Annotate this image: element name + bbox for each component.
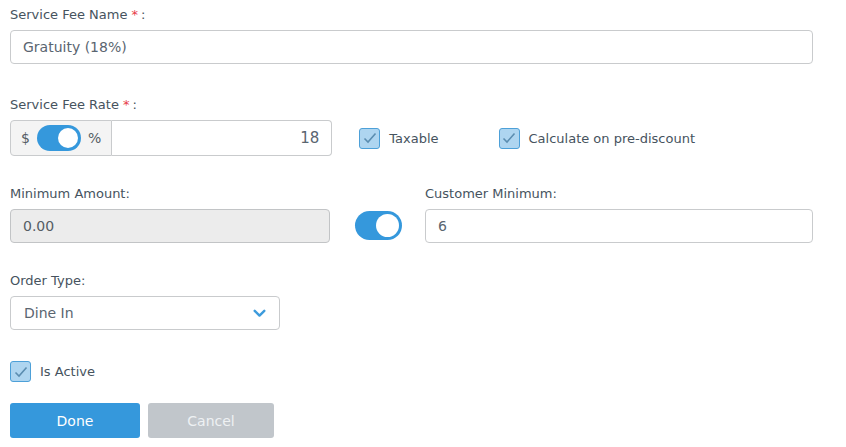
customer-minimum-label: Customer Minimum: — [425, 186, 813, 201]
percent-label: % — [88, 130, 101, 146]
order-type-field: Order Type: Dine In — [10, 273, 813, 330]
order-type-value: Dine In — [24, 305, 74, 321]
toggle-knob-icon — [376, 214, 399, 237]
service-fee-name-label: Service Fee Name*: — [10, 7, 813, 22]
pre-discount-label: Calculate on pre-discount — [529, 131, 696, 146]
taxable-checkbox-group: Taxable — [359, 128, 438, 149]
rate-unit-toggle[interactable] — [37, 125, 81, 151]
minimum-amount-field: Minimum Amount: — [10, 186, 330, 243]
done-button[interactable]: Done — [10, 403, 140, 438]
customer-minimum-input[interactable] — [425, 209, 813, 243]
order-type-select[interactable]: Dine In — [10, 296, 280, 330]
minimum-amount-toggle[interactable] — [355, 211, 402, 240]
dollar-label: $ — [21, 130, 30, 146]
checkmark-icon — [14, 366, 28, 378]
checkmark-icon — [363, 132, 377, 144]
is-active-checkbox-group: Is Active — [10, 361, 813, 382]
service-fee-rate-label: Service Fee Rate*: — [10, 97, 813, 112]
pre-discount-checkbox-group: Calculate on pre-discount — [499, 128, 696, 149]
is-active-label: Is Active — [40, 364, 95, 379]
minimum-amount-label: Minimum Amount: — [10, 186, 330, 201]
cancel-button[interactable]: Cancel — [148, 403, 274, 438]
customer-minimum-field: Customer Minimum: — [425, 186, 813, 243]
toggle-knob-icon — [58, 128, 78, 148]
service-fee-name-input[interactable] — [10, 30, 813, 64]
required-asterisk: * — [131, 7, 138, 22]
rate-unit-group: $ % — [10, 120, 112, 156]
order-type-label: Order Type: — [10, 273, 813, 288]
service-fee-form: Service Fee Name*: Service Fee Rate*: $ … — [0, 0, 846, 438]
minimum-amount-input — [10, 209, 330, 243]
minimum-row: Minimum Amount: Customer Minimum: — [10, 186, 813, 243]
pre-discount-checkbox[interactable] — [499, 128, 520, 149]
service-fee-rate-row: $ % Taxable Calculate on pre-discount — [10, 120, 813, 156]
form-actions: Done Cancel — [10, 403, 813, 438]
taxable-label: Taxable — [389, 131, 438, 146]
taxable-checkbox[interactable] — [359, 128, 380, 149]
checkmark-icon — [502, 132, 516, 144]
service-fee-rate-input[interactable] — [112, 120, 332, 156]
required-asterisk: * — [123, 97, 130, 112]
is-active-checkbox[interactable] — [10, 361, 31, 382]
chevron-down-icon — [253, 309, 266, 318]
minimum-toggle-slot — [330, 211, 402, 240]
